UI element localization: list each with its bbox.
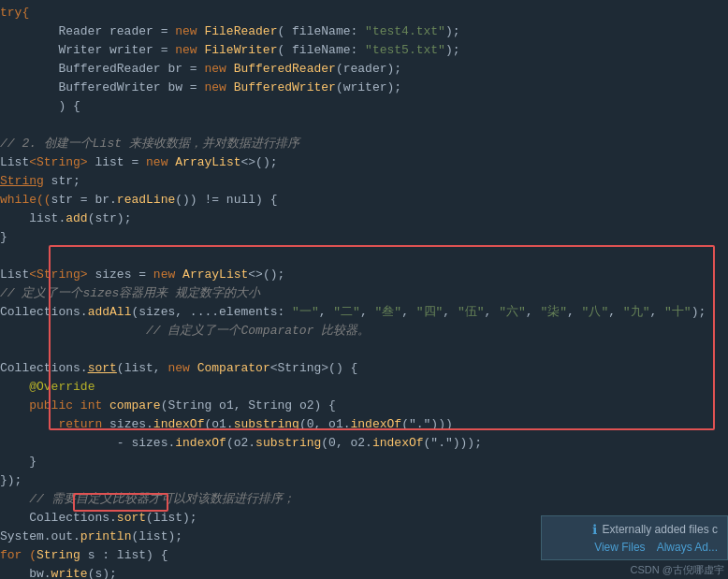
code-line: return sizes.indexOf(o1.substring(0, o1.… — [0, 415, 728, 434]
code-line: List<String> list = new ArrayList<>(); — [0, 153, 728, 172]
code-line: list.add(str); — [0, 210, 728, 228]
watermark: CSDN @古倪哪虚宇 — [631, 563, 724, 577]
line-content: List<String> sizes = new ArrayList<>(); — [0, 266, 721, 284]
line-content: try{ — [0, 4, 721, 22]
code-line — [0, 247, 728, 266]
notification-links[interactable]: View Files Always Ad... — [594, 541, 718, 554]
line-content: list.add(str); — [0, 210, 721, 228]
info-icon: ℹ — [592, 522, 597, 537]
code-line: // 需要自定义比较器才可以对该数据进行排序； — [0, 490, 728, 509]
code-line: } — [0, 228, 728, 247]
code-lines: try{ Reader reader = new FileReader( fil… — [0, 4, 728, 579]
line-content: BufferedReader br = new BufferedReader(r… — [0, 60, 721, 79]
code-editor: try{ Reader reader = new FileReader( fil… — [0, 0, 728, 579]
code-line: // 2. 创建一个List 来接收数据，并对数据进行排序 — [0, 135, 728, 153]
line-content: BufferedWriter bw = new BufferedWriter(w… — [0, 79, 721, 97]
line-content: // 2. 创建一个List 来接收数据，并对数据进行排序 — [0, 135, 721, 153]
notification-title: ℹ Externally added files c — [592, 522, 718, 537]
line-content: - sizes.indexOf(o2.substring(0, o2.index… — [0, 434, 721, 453]
line-content: Collections.sort(list, new Comparator<St… — [0, 359, 721, 378]
line-content: while((str = br.readLine()) != null) { — [0, 191, 721, 210]
line-content: bw.write(s); — [0, 565, 721, 579]
line-content: // 需要自定义比较器才可以对该数据进行排序； — [0, 490, 721, 509]
always-add-link[interactable]: Always Ad... — [657, 541, 718, 554]
line-content: Collections.addAll(sizes, ....elements: … — [0, 303, 721, 322]
code-line: }); — [0, 471, 728, 490]
code-line: public int compare(String o1, String o2)… — [0, 397, 728, 415]
view-files-link[interactable]: View Files — [594, 541, 645, 554]
line-content: Writer writer = new FileWriter( fileName… — [0, 41, 721, 60]
line-content: } — [0, 453, 721, 471]
line-content: // 自定义了一个Comparator 比较器。 — [0, 322, 721, 340]
code-line: Collections.sort(list, new Comparator<St… — [0, 359, 728, 378]
line-content: }); — [0, 471, 721, 490]
code-line: Collections.addAll(sizes, ....elements: … — [0, 303, 728, 322]
code-line: BufferedWriter bw = new BufferedWriter(w… — [0, 79, 728, 97]
code-line: try{ — [0, 4, 728, 22]
line-content: } — [0, 228, 721, 247]
code-line: - sizes.indexOf(o2.substring(0, o2.index… — [0, 434, 728, 453]
code-line: // 定义了一个sizes容器用来 规定数字的大小 — [0, 284, 728, 303]
code-line: Writer writer = new FileWriter( fileName… — [0, 41, 728, 60]
line-content: return sizes.indexOf(o1.substring(0, o1.… — [0, 415, 721, 434]
code-line: String str; — [0, 172, 728, 191]
notification-text: Externally added files c — [603, 523, 718, 536]
code-line: // 自定义了一个Comparator 比较器。 — [0, 322, 728, 340]
code-line: ) { — [0, 97, 728, 116]
code-line: List<String> sizes = new ArrayList<>(); — [0, 266, 728, 284]
line-content: public int compare(String o1, String o2)… — [0, 397, 721, 415]
code-line: bw.write(s); — [0, 565, 728, 579]
code-line — [0, 340, 728, 359]
code-line: while((str = br.readLine()) != null) { — [0, 191, 728, 210]
code-line: } — [0, 453, 728, 471]
line-content: ) { — [0, 97, 721, 116]
line-content: List<String> list = new ArrayList<>(); — [0, 153, 721, 172]
line-content: // 定义了一个sizes容器用来 规定数字的大小 — [0, 284, 721, 303]
code-line — [0, 116, 728, 135]
line-content: Reader reader = new FileReader( fileName… — [0, 22, 721, 41]
code-line: Reader reader = new FileReader( fileName… — [0, 22, 728, 41]
line-content: @Override — [0, 378, 721, 397]
code-line: BufferedReader br = new BufferedReader(r… — [0, 60, 728, 79]
notification-panel[interactable]: ℹ Externally added files c View Files Al… — [541, 515, 728, 560]
code-line: @Override — [0, 378, 728, 397]
line-content: String str; — [0, 172, 721, 191]
